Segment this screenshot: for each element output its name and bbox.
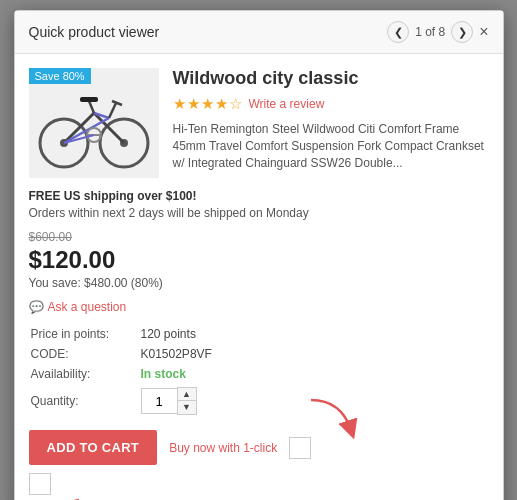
product-image: [29, 68, 159, 178]
product-description: Hi-Ten Remington Steel Wildwood Citi Com…: [173, 121, 489, 171]
product-image-wrap: Save 80%: [29, 68, 159, 178]
quantity-up-button[interactable]: ▲: [178, 388, 196, 401]
current-price: $120.00: [29, 246, 489, 274]
product-name: Wildwood city classic: [173, 68, 489, 89]
stars-row: ★★★★☆ Write a review: [173, 95, 489, 113]
arrow-down-container: [24, 495, 94, 500]
header-right: ❮ 1 of 8 ❯ ×: [387, 21, 488, 43]
arrow-right-container: [301, 395, 361, 453]
bike-svg: [34, 73, 154, 173]
quantity-input[interactable]: [141, 388, 177, 414]
question-icon: 💬: [29, 300, 44, 314]
next-arrow[interactable]: ❯: [451, 21, 473, 43]
in-stock-badge: In stock: [141, 367, 186, 381]
svg-rect-9: [80, 97, 98, 102]
product-info: Wildwood city classic ★★★★☆ Write a revi…: [173, 68, 489, 179]
modal-overlay: Quick product viewer ❮ 1 of 8 ❯ × Save 8…: [9, 10, 509, 490]
quantity-row: Quantity: ▲ ▼: [29, 384, 489, 418]
buy-now-link[interactable]: Buy now with 1-click: [169, 441, 277, 455]
you-save: You save: $480.00 (80%): [29, 276, 489, 290]
code-row: CODE: K01502P8VF: [29, 344, 489, 364]
add-to-cart-button[interactable]: ADD TO CART: [29, 430, 158, 465]
points-row: Price in points: 120 points: [29, 324, 489, 344]
close-button[interactable]: ×: [479, 24, 488, 40]
wishlist-checkbox[interactable]: [29, 473, 51, 495]
modal-body: Save 80%: [15, 54, 503, 500]
details-table: Price in points: 120 points CODE: K01502…: [29, 324, 489, 418]
modal-title: Quick product viewer: [29, 24, 160, 40]
svg-line-11: [112, 101, 122, 105]
wishlist-row: [29, 473, 312, 495]
save-badge: Save 80%: [29, 68, 91, 84]
nav-row: ❮ 1 of 8 ❯: [387, 21, 473, 43]
quantity-buttons: ▲ ▼: [177, 387, 197, 415]
code-label: CODE:: [29, 344, 139, 364]
red-arrow-right: [301, 395, 361, 450]
actions-container: ADD TO CART Buy now with 1-click: [29, 430, 312, 495]
availability-value: In stock: [139, 364, 489, 384]
svg-line-10: [109, 103, 116, 118]
ships-note: Orders within next 2 days will be shippe…: [29, 206, 489, 220]
points-value: 120 points: [139, 324, 489, 344]
modal-header: Quick product viewer ❮ 1 of 8 ❯ ×: [15, 11, 503, 54]
availability-row: Availability: In stock: [29, 364, 489, 384]
quantity-label: Quantity:: [29, 384, 139, 418]
write-review-link[interactable]: Write a review: [249, 97, 325, 111]
svg-line-8: [89, 101, 94, 113]
availability-label: Availability:: [29, 364, 139, 384]
ask-question-link[interactable]: 💬 Ask a question: [29, 300, 489, 314]
nav-text: 1 of 8: [415, 25, 445, 39]
quantity-down-button[interactable]: ▼: [178, 401, 196, 414]
prev-arrow[interactable]: ❮: [387, 21, 409, 43]
free-shipping: FREE US shipping over $100!: [29, 189, 489, 203]
ask-question-label: Ask a question: [48, 300, 127, 314]
list-price: $600.00: [29, 230, 489, 244]
points-label: Price in points:: [29, 324, 139, 344]
red-arrow-down: [24, 495, 94, 500]
star-rating: ★★★★☆: [173, 95, 243, 113]
top-section: Save 80%: [29, 68, 489, 179]
code-value: K01502P8VF: [139, 344, 489, 364]
quick-product-modal: Quick product viewer ❮ 1 of 8 ❯ × Save 8…: [14, 10, 504, 500]
actions-row: ADD TO CART Buy now with 1-click: [29, 430, 312, 465]
